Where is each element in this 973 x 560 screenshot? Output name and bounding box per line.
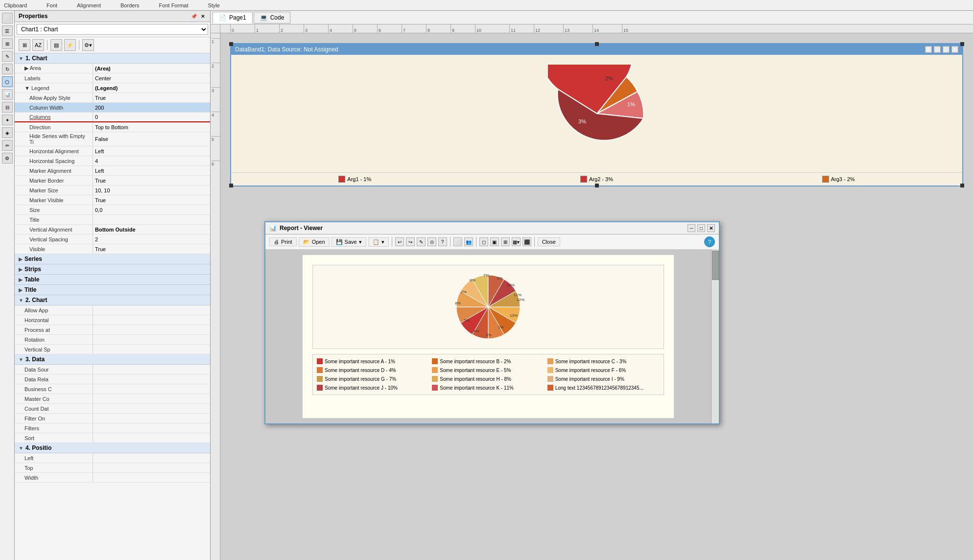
prop-value-marker-align[interactable]: Left — [93, 166, 210, 175]
toolbar-icon-10[interactable]: ⊞ — [501, 237, 510, 246]
toolbar-icon-4[interactable]: ⊙ — [427, 237, 436, 246]
prop-value-master-co[interactable] — [93, 394, 210, 403]
help-button[interactable]: ? — [704, 236, 715, 247]
prop-value-allow-app[interactable] — [93, 305, 210, 315]
prop-group-title[interactable]: ▶ Title — [15, 285, 210, 295]
prop-value-visible[interactable]: True — [93, 244, 210, 254]
prop-group-series[interactable]: ▶ Series — [15, 254, 210, 264]
prop-value-vertical-sp[interactable] — [93, 345, 210, 354]
prop-value-sort[interactable] — [93, 433, 210, 443]
toolbar-icon-2[interactable]: ↪ — [406, 237, 415, 246]
prop-value-width[interactable] — [93, 473, 210, 482]
sidebar-icon-3[interactable]: ⊞ — [2, 38, 13, 49]
toolbar-icon-9[interactable]: ▣ — [490, 237, 499, 246]
prop-value-hide-series[interactable]: False — [93, 132, 210, 146]
prop-value-direction[interactable]: Top to Bottom — [93, 122, 210, 132]
prop-group-position[interactable]: ▼ 4. Positio — [15, 443, 210, 453]
prop-value-vert-spacing[interactable]: 2 — [93, 234, 210, 244]
prop-toolbar-sort-btn[interactable]: ⊞ — [19, 39, 30, 51]
viewer-scroll-thumb[interactable] — [712, 251, 719, 280]
toolbar-icon-8[interactable]: ◻ — [479, 237, 488, 246]
prop-value-datarelat[interactable] — [93, 374, 210, 384]
sidebar-icon-1[interactable]: ⬜ — [2, 13, 13, 23]
prop-value-process-at[interactable] — [93, 325, 210, 334]
tab-page1[interactable]: 📄 Page1 — [213, 12, 253, 23]
viewer-scrollbar[interactable] — [711, 250, 719, 423]
prop-group-chart[interactable]: ▼ 1. Chart — [15, 53, 210, 64]
prop-value-count-dat[interactable] — [93, 404, 210, 413]
prop-value-marker-size[interactable]: 10, 10 — [93, 186, 210, 195]
prop-value-filter-on[interactable] — [93, 414, 210, 423]
prop-value-business[interactable] — [93, 384, 210, 394]
toolbar-icon-12[interactable]: ⬛ — [522, 237, 531, 246]
sidebar-icon-5[interactable]: ↻ — [2, 64, 13, 74]
viewer-minimize-btn[interactable]: ─ — [688, 224, 695, 232]
component-dropdown[interactable]: Chart1 : Chart — [17, 24, 208, 35]
prop-value-horiz-align[interactable]: Left — [93, 146, 210, 156]
prop-value-filters[interactable] — [93, 423, 210, 433]
toolbar-icon-1[interactable]: ↩ — [395, 237, 404, 246]
prop-value-legend[interactable]: (Legend) — [93, 83, 210, 93]
viewer-maximize-btn[interactable]: □ — [697, 224, 705, 232]
anchor-tc[interactable] — [595, 42, 599, 46]
prop-value-marker-border[interactable]: True — [93, 176, 210, 185]
toolbar-icon-5[interactable]: ? — [438, 237, 447, 246]
open-button[interactable]: 📂 Open — [299, 237, 330, 247]
databand-ctrl-1[interactable]: ⊞ — [925, 46, 932, 53]
toolbar-icon-7[interactable]: 👥 — [464, 237, 473, 246]
prop-group-table[interactable]: ▶ Table — [15, 275, 210, 285]
prop-toolbar-event-btn[interactable]: ⚡ — [64, 39, 76, 51]
component-selector[interactable]: Chart1 : Chart — [15, 22, 210, 37]
databand-ctrl-4[interactable]: ✕ — [951, 46, 958, 53]
prop-group-data[interactable]: ▼ 3. Data — [15, 354, 210, 365]
tab-code[interactable]: 💻 Code — [254, 12, 291, 23]
sidebar-icon-9[interactable]: ✦ — [2, 115, 13, 125]
sidebar-icon-6[interactable]: ⬡ — [2, 76, 13, 87]
anchor-tr[interactable] — [960, 42, 964, 46]
prop-value-size[interactable]: 0,0 — [93, 205, 210, 214]
prop-value-allow-apply[interactable]: True — [93, 93, 210, 102]
anchor-tl[interactable] — [229, 42, 233, 46]
properties-pin-icon[interactable]: 📌 — [190, 13, 197, 20]
prop-value-vert-align[interactable]: Bottom Outside — [93, 225, 210, 234]
toolbar-icon-6[interactable]: ⬜ — [453, 237, 462, 246]
toolbar-icon-11[interactable]: ▦▾ — [512, 237, 521, 246]
sidebar-icon-4[interactable]: ✎ — [2, 51, 13, 62]
toolbar-icon-3[interactable]: ✎ — [417, 237, 426, 246]
anchor-bl[interactable] — [229, 184, 233, 187]
prop-toolbar-settings-btn[interactable]: ⚙▾ — [82, 39, 94, 51]
anchor-bc[interactable] — [595, 184, 599, 187]
prop-group-chart2[interactable]: ▼ 2. Chart — [15, 295, 210, 305]
sidebar-icon-12[interactable]: ⚙ — [2, 153, 13, 163]
print-button[interactable]: 🖨 Print — [269, 237, 297, 246]
databand-ctrl-2[interactable]: □ — [934, 46, 941, 53]
sidebar-icon-2[interactable]: ☰ — [2, 25, 13, 36]
prop-value-top[interactable] — [93, 463, 210, 472]
databand-ctrl-3[interactable]: ▷ — [943, 46, 949, 53]
anchor-br[interactable] — [960, 184, 964, 187]
properties-close-icon[interactable]: ✕ — [199, 13, 206, 20]
prop-value-area[interactable]: (Area) — [93, 64, 210, 73]
save-button[interactable]: 💾 Save ▾ — [332, 237, 366, 247]
prop-value-col-width[interactable]: 200 — [93, 103, 210, 112]
prop-value-rotation[interactable] — [93, 335, 210, 344]
prop-value-title[interactable] — [93, 215, 210, 224]
sidebar-icon-10[interactable]: ◈ — [2, 127, 13, 138]
prop-toolbar-layout-btn[interactable]: ▤ — [50, 39, 62, 51]
page-setup-btn[interactable]: 📋▾ — [368, 237, 389, 247]
prop-value-left[interactable] — [93, 453, 210, 463]
prop-value-columns[interactable]: 0 — [93, 113, 210, 121]
viewer-close-btn[interactable]: ✕ — [707, 224, 715, 232]
prop-group-strips[interactable]: ▶ Strips — [15, 264, 210, 275]
prop-row-col-width[interactable]: Column Width 200 — [15, 103, 210, 113]
prop-value-horiz-spacing[interactable]: 4 — [93, 156, 210, 165]
prop-value-datasource[interactable] — [93, 365, 210, 374]
prop-toolbar-az-btn[interactable]: AZ — [32, 39, 44, 51]
prop-value-labels[interactable]: Center — [93, 73, 210, 83]
sidebar-icon-8[interactable]: ⊟ — [2, 102, 13, 113]
prop-value-horizontal[interactable] — [93, 315, 210, 325]
sidebar-icon-11[interactable]: ✏ — [2, 140, 13, 151]
prop-value-marker-visible[interactable]: True — [93, 195, 210, 205]
viewer-canvas[interactable]: 12% 13% 1% 3% 4% 5% 6% 2% 8% 7% 9% — [265, 250, 711, 423]
close-button[interactable]: Close — [538, 237, 560, 246]
